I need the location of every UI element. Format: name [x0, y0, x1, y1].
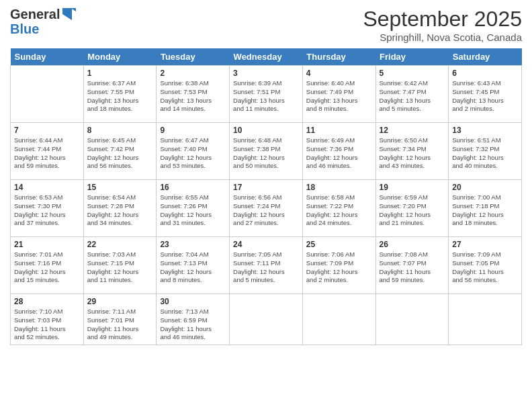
calendar-cell	[449, 294, 522, 345]
calendar-cell: 29Sunrise: 7:11 AMSunset: 7:01 PMDayligh…	[83, 294, 157, 345]
day-number: 1	[87, 68, 153, 78]
calendar-cell: 24Sunrise: 7:05 AMSunset: 7:11 PMDayligh…	[230, 237, 303, 294]
calendar-cell: 14Sunrise: 6:53 AMSunset: 7:30 PMDayligh…	[11, 180, 84, 237]
day-info: Sunrise: 7:10 AMSunset: 7:03 PMDaylight:…	[14, 308, 80, 342]
calendar-cell: 19Sunrise: 6:59 AMSunset: 7:20 PMDayligh…	[375, 180, 449, 237]
week-row-5: 28Sunrise: 7:10 AMSunset: 7:03 PMDayligh…	[11, 294, 522, 345]
day-info: Sunrise: 6:39 AMSunset: 7:51 PMDaylight:…	[233, 79, 299, 113]
day-number: 28	[14, 297, 80, 306]
calendar-cell	[302, 294, 375, 345]
day-info: Sunrise: 6:49 AMSunset: 7:36 PMDaylight:…	[306, 136, 372, 171]
day-info: Sunrise: 6:54 AMSunset: 7:28 PMDaylight:…	[87, 193, 153, 228]
day-info: Sunrise: 7:11 AMSunset: 7:01 PMDaylight:…	[87, 308, 153, 342]
day-number: 26	[380, 240, 445, 249]
day-info: Sunrise: 6:51 AMSunset: 7:32 PMDaylight:…	[452, 136, 518, 171]
calendar-cell: 21Sunrise: 7:01 AMSunset: 7:16 PMDayligh…	[11, 237, 84, 294]
day-number: 6	[452, 68, 518, 78]
day-number: 9	[160, 126, 226, 135]
day-number: 27	[452, 240, 518, 249]
logo: General Blue	[10, 7, 76, 36]
header-thursday: Thursday	[302, 48, 375, 66]
header-saturday: Saturday	[449, 48, 522, 66]
calendar-cell: 27Sunrise: 7:09 AMSunset: 7:05 PMDayligh…	[449, 237, 522, 294]
day-info: Sunrise: 7:06 AMSunset: 7:09 PMDaylight:…	[306, 250, 372, 285]
day-number: 21	[14, 240, 80, 249]
header-friday: Friday	[375, 48, 449, 66]
calendar-cell: 22Sunrise: 7:03 AMSunset: 7:15 PMDayligh…	[83, 237, 157, 294]
day-number: 20	[452, 183, 518, 192]
day-info: Sunrise: 6:50 AMSunset: 7:34 PMDaylight:…	[380, 136, 445, 171]
calendar-table: Sunday Monday Tuesday Wednesday Thursday…	[10, 48, 522, 345]
calendar-cell: 2Sunrise: 6:38 AMSunset: 7:53 PMDaylight…	[157, 66, 230, 123]
location: Springhill, Nova Scotia, Canada	[363, 32, 522, 43]
header-sunday: Sunday	[11, 48, 84, 66]
day-info: Sunrise: 7:13 AMSunset: 6:59 PMDaylight:…	[160, 308, 226, 342]
month-title: September 2025	[363, 7, 522, 32]
calendar-cell: 5Sunrise: 6:42 AMSunset: 7:47 PMDaylight…	[375, 66, 449, 123]
calendar-cell: 8Sunrise: 6:45 AMSunset: 7:42 PMDaylight…	[83, 123, 157, 180]
svg-marker-0	[62, 8, 72, 20]
day-number: 12	[380, 126, 445, 135]
day-info: Sunrise: 7:08 AMSunset: 7:07 PMDaylight:…	[380, 250, 445, 285]
title-section: September 2025 Springhill, Nova Scotia, …	[363, 7, 522, 43]
day-number: 5	[380, 68, 445, 78]
day-number: 11	[306, 126, 372, 135]
calendar-cell: 17Sunrise: 6:56 AMSunset: 7:24 PMDayligh…	[230, 180, 303, 237]
week-row-4: 21Sunrise: 7:01 AMSunset: 7:16 PMDayligh…	[11, 237, 522, 294]
header: General Blue September 2025 Springhill, …	[10, 7, 522, 43]
day-info: Sunrise: 6:45 AMSunset: 7:42 PMDaylight:…	[87, 136, 153, 171]
calendar-cell: 11Sunrise: 6:49 AMSunset: 7:36 PMDayligh…	[302, 123, 375, 180]
day-info: Sunrise: 6:56 AMSunset: 7:24 PMDaylight:…	[233, 193, 299, 228]
calendar-cell: 6Sunrise: 6:43 AMSunset: 7:45 PMDaylight…	[449, 66, 522, 123]
day-number: 16	[160, 183, 226, 192]
day-info: Sunrise: 6:48 AMSunset: 7:38 PMDaylight:…	[233, 136, 299, 171]
day-info: Sunrise: 6:43 AMSunset: 7:45 PMDaylight:…	[452, 79, 518, 113]
day-info: Sunrise: 6:53 AMSunset: 7:30 PMDaylight:…	[14, 193, 80, 228]
day-number: 22	[87, 240, 153, 249]
page: General Blue September 2025 Springhill, …	[0, 0, 532, 411]
calendar-cell: 20Sunrise: 7:00 AMSunset: 7:18 PMDayligh…	[449, 180, 522, 237]
day-number: 24	[233, 240, 299, 249]
day-info: Sunrise: 6:44 AMSunset: 7:44 PMDaylight:…	[14, 136, 80, 171]
calendar-cell: 16Sunrise: 6:55 AMSunset: 7:26 PMDayligh…	[157, 180, 230, 237]
calendar-cell: 30Sunrise: 7:13 AMSunset: 6:59 PMDayligh…	[157, 294, 230, 345]
calendar-cell: 1Sunrise: 6:37 AMSunset: 7:55 PMDaylight…	[83, 66, 157, 123]
calendar-cell	[11, 66, 84, 123]
day-info: Sunrise: 7:05 AMSunset: 7:11 PMDaylight:…	[233, 250, 299, 285]
day-info: Sunrise: 6:47 AMSunset: 7:40 PMDaylight:…	[160, 136, 226, 171]
day-number: 10	[233, 126, 299, 135]
day-info: Sunrise: 7:01 AMSunset: 7:16 PMDaylight:…	[14, 250, 80, 285]
day-info: Sunrise: 6:37 AMSunset: 7:55 PMDaylight:…	[87, 79, 153, 113]
week-row-2: 7Sunrise: 6:44 AMSunset: 7:44 PMDaylight…	[11, 123, 522, 180]
calendar-cell: 10Sunrise: 6:48 AMSunset: 7:38 PMDayligh…	[230, 123, 303, 180]
header-tuesday: Tuesday	[157, 48, 230, 66]
day-number: 18	[306, 183, 372, 192]
week-row-3: 14Sunrise: 6:53 AMSunset: 7:30 PMDayligh…	[11, 180, 522, 237]
day-info: Sunrise: 6:42 AMSunset: 7:47 PMDaylight:…	[380, 79, 445, 113]
header-wednesday: Wednesday	[230, 48, 303, 66]
calendar-cell: 28Sunrise: 7:10 AMSunset: 7:03 PMDayligh…	[11, 294, 84, 345]
day-number: 30	[160, 297, 226, 306]
calendar-cell: 26Sunrise: 7:08 AMSunset: 7:07 PMDayligh…	[375, 237, 449, 294]
day-number: 19	[380, 183, 445, 192]
day-info: Sunrise: 7:03 AMSunset: 7:15 PMDaylight:…	[87, 250, 153, 285]
day-info: Sunrise: 6:38 AMSunset: 7:53 PMDaylight:…	[160, 79, 226, 113]
calendar-cell: 25Sunrise: 7:06 AMSunset: 7:09 PMDayligh…	[302, 237, 375, 294]
calendar-cell: 13Sunrise: 6:51 AMSunset: 7:32 PMDayligh…	[449, 123, 522, 180]
day-number: 2	[160, 68, 226, 78]
day-info: Sunrise: 7:04 AMSunset: 7:13 PMDaylight:…	[160, 250, 226, 285]
day-info: Sunrise: 7:09 AMSunset: 7:05 PMDaylight:…	[452, 250, 518, 285]
day-number: 8	[87, 126, 153, 135]
calendar-cell: 3Sunrise: 6:39 AMSunset: 7:51 PMDaylight…	[230, 66, 303, 123]
day-number: 25	[306, 240, 372, 249]
day-number: 14	[14, 183, 80, 192]
calendar-cell: 23Sunrise: 7:04 AMSunset: 7:13 PMDayligh…	[157, 237, 230, 294]
day-info: Sunrise: 6:40 AMSunset: 7:49 PMDaylight:…	[306, 79, 372, 113]
day-number: 7	[14, 126, 80, 135]
calendar-cell	[375, 294, 449, 345]
calendar-cell	[230, 294, 303, 345]
day-number: 4	[306, 68, 372, 78]
day-info: Sunrise: 7:00 AMSunset: 7:18 PMDaylight:…	[452, 193, 518, 228]
calendar-cell: 9Sunrise: 6:47 AMSunset: 7:40 PMDaylight…	[157, 123, 230, 180]
day-info: Sunrise: 6:58 AMSunset: 7:22 PMDaylight:…	[306, 193, 372, 228]
